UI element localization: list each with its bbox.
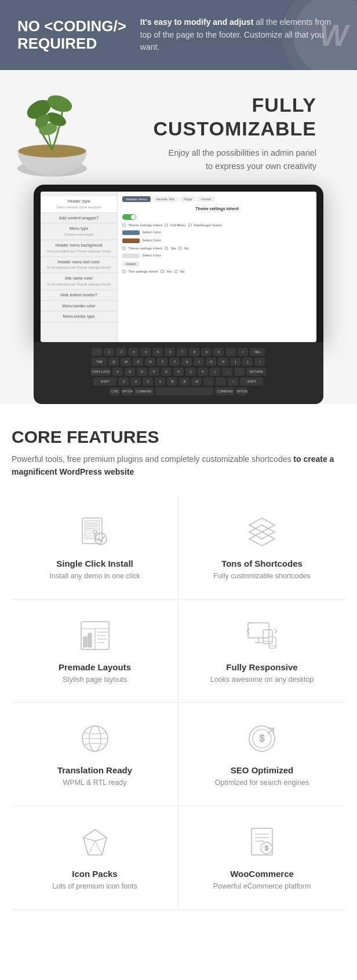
- sidebar-item-site-name: Site name colorIf not selected use Theme…: [41, 273, 117, 290]
- radio-button[interactable]: [122, 223, 126, 227]
- kb-key: ]: [242, 358, 253, 366]
- kb-key-delete: del: [250, 348, 265, 356]
- toggle-switch[interactable]: [122, 214, 136, 220]
- sidebar-item-content-wrapper: Add content wrapper?: [41, 213, 117, 224]
- inherit-dropdown[interactable]: Inherit: [122, 262, 139, 266]
- svg-point-2: [19, 145, 86, 157]
- select-btn[interactable]: [122, 254, 140, 258]
- sidebar-item-menu-text: Header menu text colorIf not selected us…: [41, 257, 117, 274]
- screen-tabs: Header menu Header Site Page Footer: [122, 196, 312, 202]
- screen-main: Header menu Header Site Page Footer Them…: [118, 192, 316, 342]
- kb-key: R: [145, 358, 155, 366]
- sidebar-item-border-color: Menu border color: [41, 301, 117, 312]
- form-row-radio2: Theme settings inherit Yes No: [122, 247, 312, 250]
- form-row-toggle: [122, 214, 312, 220]
- sidebar-item-header-style: Header styleSelect Header Style template: [41, 196, 117, 213]
- kb-row-qwerty: tab Q W E R T Y U I O P [ ] \: [38, 358, 319, 366]
- kb-key: 4: [140, 348, 151, 356]
- form-row-color1: Select Color: [122, 230, 312, 235]
- kb-key: 2: [116, 348, 126, 356]
- kb-key: A: [112, 368, 123, 376]
- kb-key: 9: [201, 348, 212, 356]
- select-color-label-1: Select Color: [142, 230, 161, 234]
- kb-key-return: return: [246, 368, 266, 376]
- form-row-radio3: This settings inherit Yes No: [122, 270, 312, 273]
- kb-row-asdf: caps lock A S D F G H J K L ; ' return: [38, 368, 319, 376]
- radio-inherit3[interactable]: [122, 270, 126, 273]
- features-grid: Single Click Install Install any demo in…: [12, 496, 345, 910]
- color-picker-1[interactable]: [122, 230, 140, 235]
- kb-key-option-r: option: [236, 387, 247, 395]
- translation-svg: [79, 722, 111, 755]
- kb-key-ctrl: ctrl: [110, 387, 120, 395]
- customizable-heading: FULLY CUSTOMIZABLE: [110, 93, 328, 141]
- svg-text:$: $: [260, 733, 265, 743]
- kb-key: J: [185, 368, 196, 376]
- plant-svg: [9, 87, 96, 180]
- tablet-mockup: Header styleSelect Header Style template…: [17, 185, 340, 404]
- wp-logo-circle: W: [293, 0, 357, 70]
- core-features-section: CORE FEATURES Powerful tools, free premi…: [0, 404, 357, 922]
- kb-key: 0: [213, 348, 224, 356]
- kb-key-shift-r: shift: [240, 377, 263, 386]
- feature-desc-layouts: Stylish page layouts: [63, 674, 127, 685]
- kb-key: E: [133, 358, 143, 366]
- radio-no3[interactable]: [174, 270, 178, 273]
- kb-row-zxcv: shift Z X C V B N M , . / shift: [38, 377, 319, 386]
- feature-name-layouts: Premade Layouts: [59, 662, 131, 672]
- kb-key: =: [238, 348, 248, 356]
- svg-rect-27: [248, 623, 269, 638]
- svg-rect-21: [83, 637, 87, 647]
- color-picker-2[interactable]: [122, 238, 140, 243]
- radio-inherit2[interactable]: [122, 247, 126, 250]
- form-row-color2: Select Color: [122, 238, 312, 243]
- install-svg: [79, 516, 111, 548]
- banner-left: NO <CODING/>REQUIRED: [17, 18, 126, 53]
- cf-subtitle-normal: Powerful tools, free premium plugins and…: [12, 454, 293, 464]
- tab-header-menu[interactable]: Header menu: [122, 196, 150, 202]
- kb-key: I: [194, 358, 204, 366]
- kb-key: S: [125, 368, 135, 376]
- feature-woocommerce: $ WooCommerce Powerful eCommerce platfor…: [178, 806, 345, 910]
- radio-no[interactable]: [178, 247, 182, 250]
- radio-label-full: Full Menu: [170, 223, 185, 227]
- kb-key-tab: tab: [92, 358, 107, 366]
- tablet-screen: Header styleSelect Header Style template…: [41, 192, 316, 342]
- plant-image: [6, 87, 99, 180]
- kb-key: K: [198, 368, 208, 376]
- kb-key: \: [254, 358, 265, 366]
- kb-key: Z: [118, 377, 129, 386]
- iconpacks-svg: [79, 826, 111, 858]
- install-icon: [76, 513, 114, 550]
- radio-hamburger[interactable]: [188, 223, 192, 227]
- woocommerce-icon: $: [243, 824, 280, 861]
- feature-name-seo: SEO Optimized: [231, 765, 293, 775]
- radio-full-menu[interactable]: [165, 223, 168, 227]
- kb-key: B: [167, 377, 177, 386]
- svg-marker-42: [83, 829, 107, 841]
- layouts-icon: [76, 617, 114, 654]
- translation-icon: [76, 720, 114, 757]
- select-color-label-2: Select Color: [142, 238, 161, 242]
- kb-key: F: [149, 368, 159, 376]
- feature-shortcodes: Tons of Shortcodes Fully customizable sh…: [178, 496, 345, 600]
- tab-footer[interactable]: Footer: [198, 196, 214, 202]
- radio-yes3[interactable]: [161, 270, 164, 273]
- banner-title: NO <CODING/>REQUIRED: [17, 18, 126, 53]
- kb-key: ;: [222, 368, 232, 376]
- feature-single-click-install: Single Click Install Install any demo in…: [12, 496, 178, 600]
- radio-yes[interactable]: [165, 247, 168, 250]
- kb-key: L: [210, 368, 220, 376]
- tab-page[interactable]: Page: [180, 196, 195, 202]
- kb-key: P: [218, 358, 228, 366]
- feature-name-woocommerce: WooCommerce: [230, 869, 294, 879]
- seo-svg: $: [246, 722, 278, 755]
- feature-name-responsive: Fully Responsive: [226, 662, 297, 672]
- tab-header-site[interactable]: Header Site: [153, 196, 178, 202]
- feature-translation: Translation Ready WPML & RTL ready: [12, 703, 178, 806]
- kb-key: /: [228, 377, 238, 386]
- radio-label-yes: Yes: [170, 247, 176, 250]
- shortcodes-icon: [243, 513, 280, 550]
- wp-logo-icon: W: [319, 18, 348, 53]
- kb-key: Y: [169, 358, 180, 366]
